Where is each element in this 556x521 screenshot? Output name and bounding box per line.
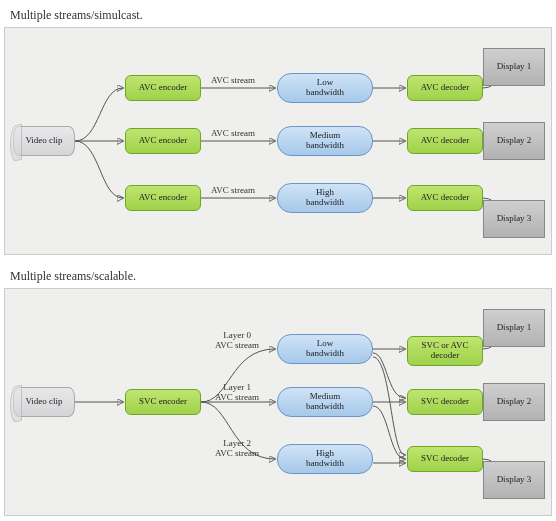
video-clip-label: Video clip [25, 136, 62, 146]
bandwidth-box: High bandwidth [277, 183, 373, 213]
bandwidth-label: High bandwidth [306, 188, 344, 208]
bandwidth-box: Medium bandwidth [277, 126, 373, 156]
decoder-label: AVC decoder [421, 193, 470, 203]
layer-label: Layer 0 AVC stream [215, 331, 259, 351]
bandwidth-box: Medium bandwidth [277, 387, 373, 417]
video-clip-label: Video clip [25, 397, 62, 407]
bandwidth-box: High bandwidth [277, 444, 373, 474]
bandwidth-box: Low bandwidth [277, 73, 373, 103]
video-clip-node: Video clip [13, 126, 75, 156]
display-box: Display 3 [483, 461, 545, 499]
encoder-box: AVC encoder [125, 185, 201, 211]
decoder-box: SVC decoder [407, 446, 483, 472]
layer-label: Layer 1 AVC stream [215, 383, 259, 403]
encoder-box: AVC encoder [125, 75, 201, 101]
encoder-label: SVC encoder [139, 397, 187, 407]
decoder-box: SVC or AVC decoder [407, 336, 483, 366]
bandwidth-label: Medium bandwidth [306, 131, 344, 151]
encoder-label: AVC encoder [139, 193, 188, 203]
stream-label: AVC stream [211, 186, 255, 196]
display-label: Display 2 [497, 136, 532, 146]
decoder-box: SVC decoder [407, 389, 483, 415]
decoder-label: AVC decoder [421, 83, 470, 93]
section-title-scalable: Multiple streams/scalable. [0, 261, 556, 288]
encoder-label: AVC encoder [139, 136, 188, 146]
decoder-label: SVC decoder [421, 454, 469, 464]
display-label: Display 3 [497, 475, 532, 485]
display-label: Display 1 [497, 62, 532, 72]
bandwidth-label: Low bandwidth [306, 78, 344, 98]
display-label: Display 2 [497, 397, 532, 407]
display-box: Display 1 [483, 309, 545, 347]
bandwidth-box: Low bandwidth [277, 334, 373, 364]
display-label: Display 1 [497, 323, 532, 333]
decoder-box: AVC decoder [407, 128, 483, 154]
decoder-label: SVC or AVC decoder [422, 341, 469, 361]
bandwidth-label: Medium bandwidth [306, 392, 344, 412]
diagram-simulcast: Video clip AVC encoder AVC encoder AVC e… [4, 27, 552, 255]
decoder-box: AVC decoder [407, 75, 483, 101]
encoder-box: AVC encoder [125, 128, 201, 154]
encoder-box: SVC encoder [125, 389, 201, 415]
decoder-label: SVC decoder [421, 397, 469, 407]
display-box: Display 3 [483, 200, 545, 238]
stream-label: AVC stream [211, 129, 255, 139]
decoder-box: AVC decoder [407, 185, 483, 211]
layer-label: Layer 2 AVC stream [215, 439, 259, 459]
video-clip-node: Video clip [13, 387, 75, 417]
display-box: Display 1 [483, 48, 545, 86]
encoder-label: AVC encoder [139, 83, 188, 93]
bandwidth-label: High bandwidth [306, 449, 344, 469]
diagram-scalable: Video clip SVC encoder Layer 0 AVC strea… [4, 288, 552, 516]
stream-label: AVC stream [211, 76, 255, 86]
display-box: Display 2 [483, 383, 545, 421]
decoder-label: AVC decoder [421, 136, 470, 146]
display-box: Display 2 [483, 122, 545, 160]
display-label: Display 3 [497, 214, 532, 224]
section-title-simulcast: Multiple streams/simulcast. [0, 0, 556, 27]
bandwidth-label: Low bandwidth [306, 339, 344, 359]
